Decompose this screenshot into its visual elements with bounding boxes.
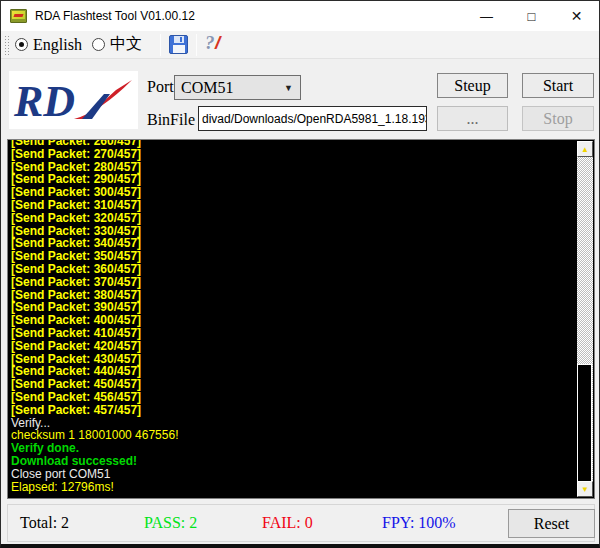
console-line: [Send Packet: 420/457] xyxy=(11,340,576,353)
setup-button[interactable]: Steup xyxy=(437,73,508,98)
status-bar: Total: 2 PASS: 2 FAIL: 0 FPY: 100% Reset xyxy=(7,504,595,542)
console-line: [Send Packet: 370/457] xyxy=(11,276,576,289)
console-scrollbar[interactable]: ▲ ▼ xyxy=(577,141,593,497)
scroll-up-button[interactable]: ▲ xyxy=(577,141,593,157)
port-combobox[interactable]: COM51 ▼ xyxy=(174,75,301,100)
port-label: Port xyxy=(147,78,174,96)
scroll-down-button[interactable]: ▼ xyxy=(577,481,593,497)
console-line: Verify done. xyxy=(11,442,576,455)
console-log: [Send Packet: 260/457][Send Packet: 270/… xyxy=(7,139,595,499)
caption-buttons: — □ ✕ xyxy=(464,1,599,31)
console-line: Elapsed: 12796ms! xyxy=(11,481,576,494)
toolbar-separator xyxy=(196,34,197,56)
console-line: [Send Packet: 270/457] xyxy=(11,148,576,161)
rda-logo-graphic: RD xyxy=(12,74,135,126)
radio-circle-icon xyxy=(92,38,105,51)
total-count: Total: 2 xyxy=(20,514,69,532)
controls-panel: RD Port COM51 ▼ BinFile divad/Downloads/… xyxy=(1,59,599,139)
pass-count: PASS: 2 xyxy=(144,514,197,532)
console-line: [Send Packet: 457/457] xyxy=(11,404,576,417)
radio-circle-icon xyxy=(15,38,28,51)
fpy-percentage: FPY: 100% xyxy=(382,514,456,532)
app-window: RDA Flashtest Tool V01.00.12 — □ ✕ Engli… xyxy=(0,0,600,548)
binfile-label: BinFile xyxy=(147,111,195,129)
binfile-input[interactable]: divad/Downloads/OpenRDA5981_1.18.193.img xyxy=(198,106,427,131)
toolbar: English 中文 ? / xyxy=(1,31,599,59)
console-line: [Send Packet: 456/457] xyxy=(11,391,576,404)
app-icon xyxy=(10,9,27,23)
console-line: [Send Packet: 310/457] xyxy=(11,199,576,212)
console-line: [Send Packet: 320/457] xyxy=(11,212,576,225)
scrollbar-thumb[interactable] xyxy=(577,364,592,483)
language-radio-group: English 中文 xyxy=(15,34,152,55)
app-icon-scribble xyxy=(13,14,23,17)
help-question-glyph: ? xyxy=(205,32,215,54)
language-label: English xyxy=(33,36,82,54)
console-line: [Send Packet: 410/457] xyxy=(11,327,576,340)
floppy-slot xyxy=(180,37,182,42)
console-lines: [Send Packet: 260/457][Send Packet: 270/… xyxy=(11,139,576,493)
language-radio-chinese[interactable]: 中文 xyxy=(92,34,142,55)
start-button[interactable]: Start xyxy=(522,73,594,98)
language-radio-english[interactable]: English xyxy=(15,36,82,54)
close-button[interactable]: ✕ xyxy=(554,1,599,31)
title-bar: RDA Flashtest Tool V01.00.12 — □ ✕ xyxy=(1,1,599,31)
floppy-shutter xyxy=(174,36,184,43)
console-line: Close port COM51 xyxy=(11,468,576,481)
fail-count: FAIL: 0 xyxy=(262,514,313,532)
toolbar-gripper[interactable] xyxy=(4,35,9,55)
chevron-down-icon: ▼ xyxy=(284,83,293,93)
browse-button[interactable]: ... xyxy=(437,106,508,131)
reset-button[interactable]: Reset xyxy=(508,509,595,538)
save-icon[interactable] xyxy=(169,35,188,54)
maximize-button[interactable]: □ xyxy=(509,1,554,31)
minimize-button[interactable]: — xyxy=(464,1,509,31)
floppy-label xyxy=(173,45,185,53)
window-title: RDA Flashtest Tool V01.00.12 xyxy=(35,9,195,23)
help-icon[interactable]: ? / xyxy=(205,34,225,56)
help-slash-glyph: / xyxy=(215,32,220,54)
language-label: 中文 xyxy=(110,34,142,55)
toolbar-separator xyxy=(160,34,161,56)
rda-logo: RD xyxy=(9,71,138,129)
svg-text:RD: RD xyxy=(13,77,75,126)
console-line: checksum 1 18001000 467556! xyxy=(11,429,576,442)
console-line: Download successed! xyxy=(11,455,576,468)
port-value: COM51 xyxy=(181,79,233,97)
stop-button[interactable]: Stop xyxy=(522,106,594,131)
console-line: [Send Packet: 360/457] xyxy=(11,263,576,276)
